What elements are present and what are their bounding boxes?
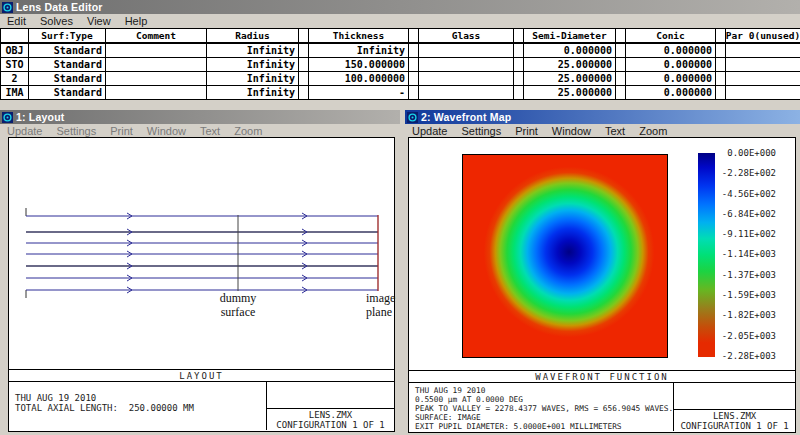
cell-solve[interactable] — [299, 72, 309, 86]
cell-surf-type[interactable]: Standard — [29, 86, 106, 100]
ray-diagram — [9, 138, 394, 369]
cell-radius[interactable]: Infinity — [207, 44, 299, 58]
cell-conic[interactable]: 0.000000 — [626, 72, 716, 86]
header-par0: Par 0(unused) — [726, 29, 800, 44]
cell-thickness[interactable]: 100.000000 — [309, 72, 409, 86]
cell-solve[interactable] — [409, 58, 419, 72]
menu-update[interactable]: Update — [412, 125, 447, 137]
cell-par0[interactable] — [726, 72, 800, 86]
menu-update[interactable]: Update — [7, 125, 42, 137]
cell-comment[interactable] — [106, 58, 207, 72]
cell-solve[interactable] — [514, 72, 524, 86]
wavefront-map-image — [462, 154, 668, 358]
header-solve — [514, 29, 524, 44]
menu-window[interactable]: Window — [552, 125, 591, 137]
lde-titlebar[interactable]: Lens Data Editor — [0, 0, 800, 14]
menu-settings[interactable]: Settings — [461, 125, 501, 137]
cell-par0[interactable] — [726, 44, 800, 58]
cell-solve[interactable] — [616, 72, 626, 86]
menu-text[interactable]: Text — [605, 125, 625, 137]
scale-tick: -1.59E+003 — [714, 290, 776, 300]
wf-surface: SURFACE: IMAGE — [415, 413, 673, 422]
cell-solve[interactable] — [299, 58, 309, 72]
cell-solve[interactable] — [716, 86, 726, 100]
cell-solve[interactable] — [299, 86, 309, 100]
layout-filename: LENS.ZMX — [267, 410, 394, 420]
cell-par0[interactable] — [726, 86, 800, 100]
cell-solve[interactable] — [409, 86, 419, 100]
cell-solve[interactable] — [616, 58, 626, 72]
cell-solve[interactable] — [409, 72, 419, 86]
header-conic: Conic — [626, 29, 716, 44]
cell-thickness[interactable]: - — [309, 86, 409, 100]
cell-semi-diameter[interactable]: 0.000000 — [524, 44, 616, 58]
scale-tick: -2.28E+003 — [714, 351, 776, 361]
cell-glass[interactable] — [419, 72, 514, 86]
cell-solve[interactable] — [616, 44, 626, 58]
layout-configuration: CONFIGURATION 1 OF 1 — [267, 420, 394, 430]
wf-exit-pupil: EXIT PUPIL DIAMETER: 5.0000E+001 MILLIME… — [415, 422, 673, 431]
menu-zoom[interactable]: Zoom — [639, 125, 667, 137]
wavefront-scale-labels: 0.00E+000 -2.28E+002 -4.56E+002 -6.84E+0… — [714, 148, 776, 361]
cell-radius[interactable]: Infinity — [207, 72, 299, 86]
cell-solve[interactable] — [514, 44, 524, 58]
cell-semi-diameter[interactable]: 25.000000 — [524, 58, 616, 72]
cell-thickness[interactable]: 150.000000 — [309, 58, 409, 72]
header-corner — [1, 29, 29, 44]
cell-solve[interactable] — [409, 44, 419, 58]
wavefront-window-title: 2: Wavefront Map — [421, 111, 511, 123]
cell-radius[interactable]: Infinity — [207, 86, 299, 100]
menu-print[interactable]: Print — [515, 125, 538, 137]
cell-conic[interactable]: 0.000000 — [626, 86, 716, 100]
layout-client-area: dummy surface image plane LAYOUT THU AUG… — [8, 137, 395, 432]
cell-comment[interactable] — [106, 86, 207, 100]
cell-conic[interactable]: 0.000000 — [626, 58, 716, 72]
menu-solves[interactable]: Solves — [40, 15, 73, 27]
cell-solve[interactable] — [716, 72, 726, 86]
lde-menubar: Edit Solves View Help — [0, 14, 800, 28]
menu-window[interactable]: Window — [147, 125, 186, 137]
cell-conic[interactable]: 0.000000 — [626, 44, 716, 58]
layout-caption: LAYOUT — [9, 369, 394, 381]
wavefront-titlebar[interactable]: 2: Wavefront Map — [405, 110, 800, 124]
cell-solve[interactable] — [716, 44, 726, 58]
menu-settings[interactable]: Settings — [56, 125, 96, 137]
cell-glass[interactable] — [419, 86, 514, 100]
cell-solve[interactable] — [514, 86, 524, 100]
layout-window: 1: Layout Update Settings Print Window T… — [0, 110, 400, 435]
cell-par0[interactable] — [726, 58, 800, 72]
menu-view[interactable]: View — [87, 15, 111, 27]
cell-semi-diameter[interactable]: 25.000000 — [524, 72, 616, 86]
header-comment: Comment — [106, 29, 207, 44]
menu-zoom[interactable]: Zoom — [234, 125, 262, 137]
cell-surf-type[interactable]: Standard — [29, 58, 106, 72]
menu-text[interactable]: Text — [200, 125, 220, 137]
cell-solve[interactable] — [299, 44, 309, 58]
cell-thickness[interactable]: Infinity — [309, 44, 409, 58]
cell-surf-type[interactable]: Standard — [29, 72, 106, 86]
cell-glass[interactable] — [419, 44, 514, 58]
wavefront-footer-right: LENS.ZMX CONFIGURATION 1 OF 1 — [673, 383, 795, 431]
scale-tick: -1.82E+003 — [714, 310, 776, 320]
wavefront-footer: THU AUG 19 2010 0.5500 µm AT 0.0000 DEG … — [409, 382, 795, 431]
cell-solve[interactable] — [514, 58, 524, 72]
cell-solve[interactable] — [716, 58, 726, 72]
menu-edit[interactable]: Edit — [7, 15, 26, 27]
cell-glass[interactable] — [419, 58, 514, 72]
cell-comment[interactable] — [106, 44, 207, 58]
scale-tick: -6.84E+002 — [714, 209, 776, 219]
wf-date: THU AUG 19 2010 — [415, 386, 673, 395]
menu-print[interactable]: Print — [110, 125, 133, 137]
layout-menubar: Update Settings Print Window Text Zoom — [0, 124, 400, 138]
zemax-app-icon — [407, 112, 418, 123]
menu-help[interactable]: Help — [125, 15, 148, 27]
wavefront-file-config: LENS.ZMX CONFIGURATION 1 OF 1 — [674, 410, 795, 431]
cell-solve[interactable] — [616, 86, 626, 100]
cell-comment[interactable] — [106, 72, 207, 86]
cell-surf-type[interactable]: Standard — [29, 44, 106, 58]
layout-titlebar[interactable]: 1: Layout — [0, 110, 400, 124]
cell-radius[interactable]: Infinity — [207, 58, 299, 72]
cell-semi-diameter[interactable]: 25.000000 — [524, 86, 616, 100]
lens-data-table: Surf:Type Comment Radius Thickness Glass… — [0, 28, 800, 100]
scale-tick: -2.28E+002 — [714, 168, 776, 178]
